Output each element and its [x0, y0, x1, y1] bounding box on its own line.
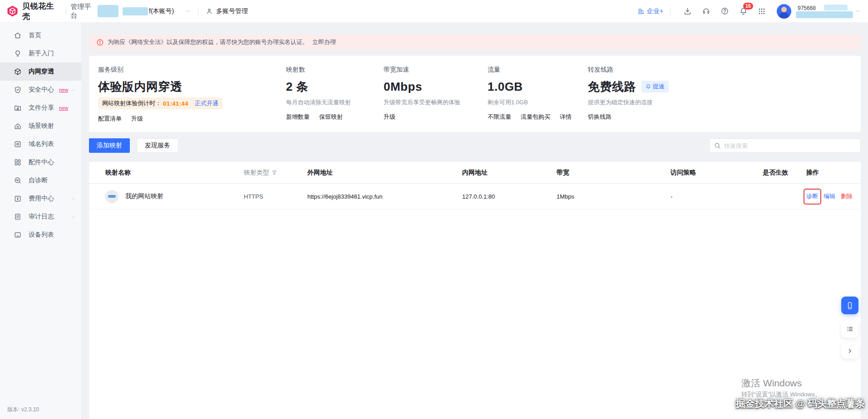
phone-icon: [845, 301, 854, 310]
col-header-policy: 访问策略: [671, 169, 763, 177]
speed-up-label: 提速: [653, 83, 665, 91]
user-chevron-down-icon[interactable]: [855, 8, 861, 14]
col-header-internal: 内网地址: [462, 169, 557, 177]
switch-route-link[interactable]: 切换线路: [588, 113, 612, 121]
list-icon: [846, 325, 854, 333]
alert-action-link[interactable]: 立即办理: [312, 38, 336, 46]
apps-grid-icon[interactable]: [758, 7, 766, 15]
bandwidth-cell: 1Mbps: [557, 193, 671, 200]
diagnose-link[interactable]: 诊断: [806, 192, 818, 200]
addons-grid-icon: [14, 158, 22, 166]
account-chevron-down-icon[interactable]: [185, 8, 191, 14]
notifications-bell-icon[interactable]: 15: [739, 7, 748, 15]
topbar-right: 企业+ 15 975668: [637, 3, 868, 19]
multi-account-button[interactable]: 多账号管理: [206, 7, 248, 15]
col-header-type[interactable]: 映射类型: [244, 169, 307, 177]
building-icon: [637, 8, 645, 15]
enterprise-plus-button[interactable]: 企业+: [637, 7, 663, 15]
sidebar-item-device-list[interactable]: 设备列表: [0, 226, 81, 244]
mapping-count-value: 2 条: [286, 79, 308, 95]
add-mapping-button[interactable]: 添加映射: [89, 138, 130, 153]
username-censored[interactable]: 975668: [796, 3, 855, 19]
search-input[interactable]: [724, 142, 856, 149]
sidebar-item-label: 费用中心: [29, 195, 54, 203]
sidebar-item-self-diagnosis[interactable]: 自诊断: [0, 171, 81, 190]
mobile-app-fab[interactable]: [841, 297, 858, 314]
overview-mapping-count: 映射数 2 条 每月自动清除无流量映射 新增数量 保留映射: [286, 66, 384, 132]
devices-monitor-icon: [14, 231, 22, 239]
chevron-down-icon[interactable]: [71, 214, 76, 219]
sidebar-item-label: 配件中心: [29, 158, 54, 166]
account-avatar-censored: [98, 5, 118, 17]
delete-link[interactable]: 删除: [841, 192, 853, 200]
config-list-link[interactable]: 配置清单: [98, 115, 122, 123]
traffic-detail-link[interactable]: 详情: [560, 113, 572, 121]
sidebar-item-domain-list[interactable]: 域名列表: [0, 135, 81, 153]
sidebar-item-home[interactable]: 首页: [0, 26, 81, 44]
sidebar-item-nat[interactable]: 内网穿透: [0, 63, 81, 81]
sidebar-item-file-share[interactable]: 文件分享 new: [0, 99, 81, 117]
overview-bandwidth: 带宽加速 0Mbps 升级带宽后享受更畅爽的体验 升级: [384, 66, 488, 132]
external-address-cell[interactable]: https://6ejoj8339461.vicp.fun: [307, 193, 462, 200]
sidebar-item-label: 内网穿透: [29, 68, 54, 76]
sidebar-item-billing-center[interactable]: 费用中心: [0, 190, 81, 208]
unlimited-traffic-link[interactable]: 不限流量: [488, 113, 511, 121]
sidebar-item-label: 设备列表: [29, 231, 54, 239]
main-content: 为响应《网络安全法》以及保障您的权益，请尽快为您的账号办理实名认证。 立即办理 …: [82, 23, 868, 419]
brand-name: 贝锐花生壳: [22, 1, 62, 22]
trial-countdown: 网站映射体验倒计时： 01:41:44 正式开通: [98, 97, 222, 109]
filter-funnel-icon[interactable]: [271, 170, 277, 175]
upgrade-bandwidth-link[interactable]: 升级: [384, 113, 395, 121]
sidebar-item-scene-mapping[interactable]: 场景映射: [0, 117, 81, 135]
overview-label: 带宽加速: [384, 66, 488, 74]
scene-house-icon: [14, 122, 22, 130]
collapse-fab[interactable]: [841, 343, 858, 359]
traffic-desc: 剩余可用1.0GB: [488, 98, 588, 107]
sidebar-item-addon-center[interactable]: 配件中心: [0, 153, 81, 171]
domain-box-icon: [14, 140, 22, 148]
col-header-type-label: 映射类型: [244, 169, 269, 177]
chevron-down-icon[interactable]: [71, 196, 76, 201]
help-icon[interactable]: [720, 7, 729, 15]
alert-text: 为响应《网络安全法》以及保障您的权益，请尽快为您的账号办理实名认证。: [108, 38, 308, 46]
diagnosis-pulse-icon: [14, 176, 22, 185]
list-fab[interactable]: [841, 320, 858, 338]
username-partial: 975668: [798, 5, 816, 11]
support-headset-icon[interactable]: [702, 7, 710, 15]
discover-services-button[interactable]: 发现服务: [137, 138, 178, 153]
overview-label: 映射数: [286, 66, 384, 74]
site-favicon: [105, 190, 118, 203]
overview-label: 转发线路: [588, 66, 850, 74]
audit-log-icon: [14, 213, 22, 221]
home-icon: [14, 31, 22, 39]
sidebar-item-label: 域名列表: [29, 140, 54, 148]
account-selector[interactable]: f(本账号): [98, 5, 191, 17]
col-header-actions: 操作: [806, 169, 861, 177]
speed-up-badge[interactable]: 提速: [641, 81, 669, 93]
sidebar-item-label: 场景映射: [29, 122, 54, 130]
bandwidth-value: 0Mbps: [384, 80, 422, 94]
brand-divider: [66, 8, 66, 15]
avatar[interactable]: [777, 4, 791, 19]
overview-label: 流量: [488, 66, 588, 74]
add-quantity-link[interactable]: 新增数量: [286, 113, 310, 121]
sidebar-item-security-center[interactable]: 安全中心 new: [0, 81, 81, 99]
col-header-name: 映射名称: [105, 169, 244, 177]
activate-formal-link[interactable]: 正式开通: [195, 99, 218, 107]
download-icon[interactable]: [683, 7, 692, 15]
overview-service-level: 服务级别 体验版内网穿透 网站映射体验倒计时： 01:41:44 正式开通 配置…: [98, 66, 286, 132]
sidebar-item-getting-started[interactable]: 新手入门: [0, 44, 81, 63]
quick-search-box[interactable]: [709, 138, 861, 153]
sidebar-item-audit-log[interactable]: 审计日志: [0, 208, 81, 226]
username-censor-block: [796, 11, 853, 18]
sidebar-item-label: 新手入门: [29, 49, 54, 58]
edit-link[interactable]: 编辑: [824, 192, 835, 200]
route-desc: 提供更为稳定快速的连接: [588, 98, 850, 107]
policy-cell: -: [671, 193, 763, 200]
chevron-down-icon[interactable]: [71, 88, 76, 93]
internal-address-cell: 127.0.0.1:80: [462, 193, 557, 200]
upgrade-link[interactable]: 升级: [131, 115, 143, 123]
traffic-pack-buy-link[interactable]: 流量包购买: [521, 113, 550, 121]
retain-mapping-link[interactable]: 保留映射: [319, 113, 343, 121]
overview-route: 转发线路 免费线路 提速 提供更为稳定快速的连接 切换线路: [588, 66, 850, 132]
